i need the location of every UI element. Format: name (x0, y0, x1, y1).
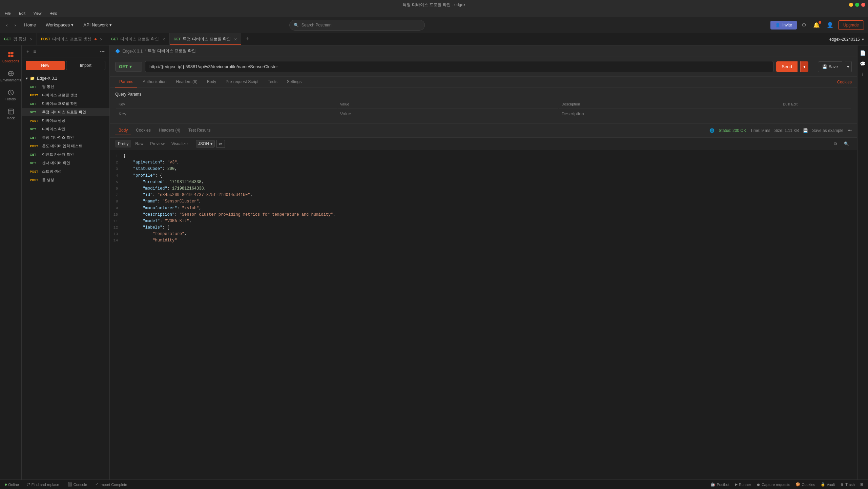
menu-file[interactable]: File (3, 11, 13, 16)
more-options-icon[interactable]: ••• (847, 128, 852, 133)
vault-button[interactable]: 🔒 Vault (819, 482, 837, 487)
find-replace-button[interactable]: ⇄ Find and replace (25, 482, 61, 487)
svg-rect-3 (11, 55, 13, 57)
profile-button[interactable]: 👤 (825, 20, 835, 30)
maximize-button[interactable] (855, 3, 859, 7)
list-item[interactable]: GET 센서 데이터 확인 (22, 159, 109, 167)
list-item[interactable]: POST 룰 생성 (22, 176, 109, 184)
copy-button[interactable]: ⧉ (831, 140, 840, 148)
list-item[interactable]: POST 디바이스 프로필 생성 (22, 91, 109, 99)
list-item[interactable]: GET 디바이스 확인 (22, 125, 109, 133)
close-button[interactable] (861, 3, 865, 7)
home-button[interactable]: Home (21, 21, 39, 29)
value-input[interactable] (340, 111, 556, 116)
sidebar-item-collections[interactable]: Collections (2, 48, 20, 66)
forward-button[interactable]: › (13, 21, 18, 29)
list-item[interactable]: GET 이벤트 카운터 확인 (22, 150, 109, 159)
right-panel-info[interactable]: ℹ (858, 70, 868, 79)
key-input[interactable] (119, 111, 334, 116)
tab-bar: GET 핑 통신 × POST 디바이스 프로필 생성 × GET 디바이스 프… (0, 33, 868, 45)
tab-create-profile[interactable]: POST 디바이스 프로필 생성 × (37, 33, 107, 45)
format-visualize[interactable]: Visualize (169, 140, 190, 148)
cookies-icon: 🍪 (795, 482, 800, 487)
resp-tab-cookies[interactable]: Cookies (132, 126, 154, 135)
req-tab-body[interactable]: Body (203, 77, 220, 87)
send-dropdown[interactable]: ▾ (800, 61, 808, 72)
collection-header[interactable]: ▾ 📁 Edge-X 3.1 (22, 74, 109, 82)
list-item[interactable]: GET 디바이스 프로필 확인 (22, 99, 109, 108)
url-input[interactable] (145, 61, 773, 72)
sidebar-item-history[interactable]: History (2, 86, 20, 104)
filter-button[interactable]: ⇌ (216, 140, 225, 148)
resp-tab-test-results[interactable]: Test Results (185, 126, 214, 135)
menu-view[interactable]: View (32, 11, 44, 16)
bulk-edit-header[interactable]: Bulk Edit (780, 100, 851, 109)
right-panel-comments[interactable]: 💬 (858, 59, 868, 69)
tab-close-ping[interactable]: × (30, 37, 33, 42)
list-item[interactable]: POST 스트림 생성 (22, 167, 109, 176)
format-pretty[interactable]: Pretty (115, 140, 131, 148)
right-panel-docs[interactable]: 📄 (858, 48, 868, 58)
add-collection-button[interactable]: + (26, 48, 30, 55)
tab-close-create-profile[interactable]: × (100, 37, 103, 42)
tab-check-profile[interactable]: GET 디바이스 프로필 확인 × (107, 33, 169, 45)
method-select[interactable]: GET ▾ (115, 62, 142, 72)
filter-collections-button[interactable]: ≡ (33, 48, 37, 55)
more-options-button[interactable]: ••• (99, 48, 105, 55)
settings-button[interactable]: ⚙ (800, 20, 808, 30)
minimize-button[interactable] (849, 3, 853, 7)
json-format-select[interactable]: JSON ▾ (196, 140, 215, 148)
menu-edit[interactable]: Edit (17, 11, 27, 16)
console-button[interactable]: ⬛ Console (65, 482, 89, 487)
upgrade-button[interactable]: Upgrade (838, 20, 864, 30)
resp-tab-headers[interactable]: Headers (4) (156, 126, 184, 135)
workspaces-button[interactable]: Workspaces ▾ (42, 21, 77, 29)
save-dropdown[interactable]: ▾ (845, 61, 852, 72)
import-button[interactable]: Import (66, 61, 106, 70)
postbot-button[interactable]: 🤖 Postbot (708, 482, 731, 487)
tab-specific-profile[interactable]: GET 특정 디바이스 프로필 확인 × (170, 33, 242, 45)
invite-button[interactable]: 👤 Invite (770, 21, 797, 30)
save-example-button[interactable]: Save as example (812, 128, 843, 133)
req-tab-tests[interactable]: Tests (264, 77, 282, 87)
trash-button[interactable]: 🗑 Trash (838, 482, 857, 487)
search-button[interactable]: 🔍 (841, 140, 852, 148)
save-button[interactable]: 💾 Save (818, 61, 842, 72)
desc-input[interactable] (561, 111, 777, 116)
capture-requests-button[interactable]: ⏺ Capture requests (755, 482, 792, 487)
collection-icon: 📁 (30, 76, 35, 81)
format-preview[interactable]: Preview (147, 140, 167, 148)
cookies-status-button[interactable]: 🍪 Cookies (793, 482, 817, 487)
back-button[interactable]: ‹ (4, 21, 10, 29)
runner-button[interactable]: ▶ Runner (733, 482, 753, 487)
add-tab-button[interactable]: + (241, 33, 253, 45)
req-tab-params[interactable]: Params (115, 77, 137, 87)
tab-ping[interactable]: GET 핑 통신 × (0, 33, 37, 45)
list-item-active[interactable]: GET 특정 디바이스 프로필 확인 (22, 108, 109, 116)
search-bar[interactable]: 🔍 Search Postman (289, 20, 425, 31)
grid-view-button[interactable]: ⊞ (858, 482, 865, 487)
sidebar-item-mock[interactable]: Mock (2, 105, 20, 123)
menu-help[interactable]: Help (47, 11, 59, 16)
list-item[interactable]: GET 특정 디바이스 확인 (22, 133, 109, 142)
req-tab-pre-script[interactable]: Pre-request Script (222, 77, 263, 87)
resp-tab-body[interactable]: Body (115, 126, 131, 135)
notification-button[interactable]: 🔔 (811, 20, 822, 30)
req-tab-headers[interactable]: Headers (6) (172, 77, 201, 87)
format-raw[interactable]: Raw (132, 140, 146, 148)
import-complete-status[interactable]: ✓ Import Complete (93, 482, 129, 487)
req-tab-auth[interactable]: Authorization (139, 77, 170, 87)
tab-close-check-profile[interactable]: × (162, 37, 165, 42)
new-button[interactable]: New (26, 61, 65, 70)
req-tab-settings[interactable]: Settings (283, 77, 306, 87)
tab-close-specific-profile[interactable]: × (234, 37, 237, 42)
api-network-button[interactable]: API Network ▾ (80, 21, 115, 29)
sidebar-item-environments[interactable]: Environments (2, 67, 20, 85)
list-item[interactable]: POST 온도 데이터 입력 테스트 (22, 142, 109, 150)
list-item[interactable]: GET 핑 통신 (22, 82, 109, 91)
online-status[interactable]: Online (3, 482, 21, 487)
cookies-link[interactable]: Cookies (837, 80, 852, 84)
account-dropdown[interactable]: ▾ (862, 37, 864, 42)
list-item[interactable]: POST 디바이스 생성 (22, 116, 109, 125)
send-button[interactable]: Send (776, 61, 797, 72)
